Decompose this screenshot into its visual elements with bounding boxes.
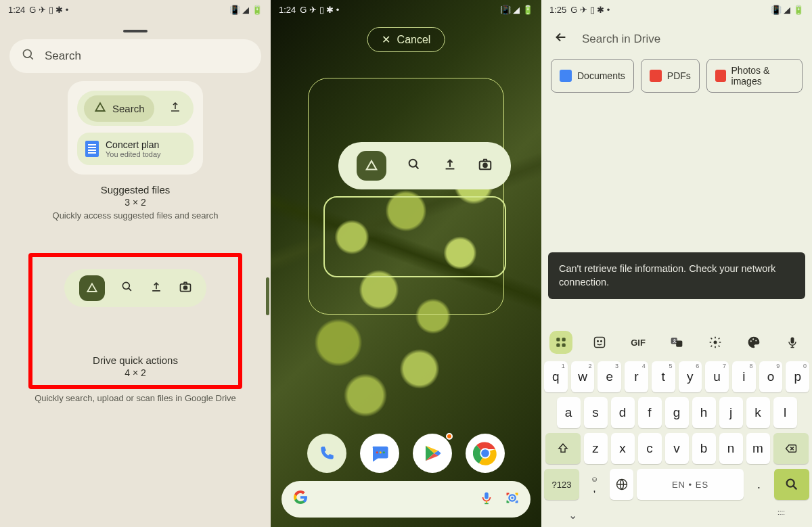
svg-point-9	[483, 164, 487, 168]
scroll-indicator[interactable]	[266, 277, 269, 315]
drive-icon	[79, 275, 105, 301]
key-o[interactable]: o9	[759, 361, 783, 392]
key-c[interactable]: c	[638, 433, 662, 464]
status-icons: G ✈ ▯ ✱ •	[300, 5, 339, 15]
backspace-key[interactable]	[773, 433, 809, 464]
key-m[interactable]: m	[746, 433, 770, 464]
svg-text:文: 文	[672, 338, 677, 343]
palette-icon[interactable]	[742, 331, 765, 354]
dock	[271, 434, 541, 473]
svg-rect-24	[556, 344, 560, 347]
widget-preview-suggested[interactable]: Search Concert plan You edited today	[68, 81, 203, 175]
chip-pdfs[interactable]: PDFs	[641, 59, 700, 93]
key-v[interactable]: v	[665, 433, 689, 464]
chip-documents[interactable]: Documents	[551, 59, 634, 93]
svg-point-34	[752, 338, 754, 340]
emoji-key[interactable]: ☺,	[583, 469, 606, 500]
search-key[interactable]	[774, 469, 809, 500]
chip-label: Documents	[577, 70, 625, 81]
key-x[interactable]: x	[611, 433, 635, 464]
shift-key[interactable]	[545, 433, 581, 464]
language-key[interactable]	[610, 469, 633, 500]
status-right: 📳 ◢ 🔋	[771, 5, 804, 15]
apps-icon[interactable]	[549, 331, 572, 354]
key-t[interactable]: t5	[652, 361, 675, 392]
key-a[interactable]: a	[557, 397, 581, 428]
key-y[interactable]: y6	[679, 361, 702, 392]
clock: 1:24	[279, 5, 296, 15]
svg-point-5	[183, 286, 187, 290]
key-d[interactable]: d	[611, 397, 635, 428]
phone-app-icon[interactable]	[307, 434, 346, 473]
key-l[interactable]: l	[773, 397, 797, 428]
mic-icon[interactable]	[781, 331, 804, 354]
key-n[interactable]: n	[719, 433, 743, 464]
key-u[interactable]: u7	[705, 361, 729, 392]
error-toast: Can't retrieve file information. Check y…	[548, 252, 805, 299]
filter-chips: Documents PDFs Photos & images	[541, 59, 812, 104]
translate-icon[interactable]: 文	[665, 331, 688, 354]
chrome-app-icon[interactable]	[466, 434, 505, 473]
keyboard-row-3: zxcvbnm	[544, 433, 809, 464]
docs-icon	[560, 70, 572, 82]
key-k[interactable]: k	[746, 397, 770, 428]
key-b[interactable]: b	[692, 433, 716, 464]
nav-bar: ⌄ ::::	[541, 505, 812, 527]
period-key[interactable]: .	[747, 469, 771, 500]
svg-point-32	[714, 341, 717, 344]
cancel-button[interactable]: ✕ Cancel	[367, 27, 445, 52]
file-title: Concert plan	[106, 139, 161, 150]
messages-app-icon[interactable]	[360, 434, 399, 473]
pdf-icon	[650, 70, 662, 82]
key-h[interactable]: h	[692, 397, 716, 428]
key-s[interactable]: s	[584, 397, 608, 428]
key-z[interactable]: z	[584, 433, 608, 464]
key-e[interactable]: e3	[597, 361, 621, 392]
symbols-key[interactable]: ?123	[544, 469, 579, 500]
widget-list: Search Concert plan You edited today Sug…	[0, 81, 271, 403]
widget-preview-quick-actions[interactable]	[64, 269, 206, 307]
camera-icon[interactable]	[478, 157, 493, 175]
settings-icon[interactable]	[704, 331, 727, 354]
widget-placement-screen: 1:24 G ✈ ▯ ✱ • 📳 ◢ 🔋 ✕ Cancel	[271, 0, 541, 527]
key-p[interactable]: p0	[786, 361, 809, 392]
back-icon[interactable]	[554, 30, 568, 48]
widget-search[interactable]: Search	[9, 39, 261, 73]
key-i[interactable]: i8	[732, 361, 756, 392]
key-r[interactable]: r4	[625, 361, 648, 392]
drive-icon	[93, 101, 107, 116]
widget-meta: Suggested files 3 × 2 Quickly access sug…	[9, 184, 261, 221]
svg-point-11	[380, 451, 382, 453]
search-icon	[120, 280, 134, 296]
resize-frame[interactable]	[323, 196, 506, 277]
space-key[interactable]: EN • ES	[637, 469, 744, 500]
gif-button[interactable]: GIF	[627, 331, 650, 354]
status-right: 📳 ◢ 🔋	[500, 5, 533, 15]
upload-icon	[150, 280, 163, 296]
notification-badge	[446, 433, 453, 440]
key-f[interactable]: f	[638, 397, 662, 428]
key-w[interactable]: w2	[571, 361, 595, 392]
search-icon[interactable]	[407, 157, 422, 175]
collapse-keyboard-icon[interactable]: ⌄	[568, 509, 577, 522]
sticker-icon[interactable]	[588, 331, 611, 354]
key-j[interactable]: j	[719, 397, 743, 428]
drive-icon[interactable]	[357, 151, 386, 181]
svg-line-7	[416, 166, 419, 168]
svg-rect-36	[791, 338, 794, 344]
keyboard-handle-icon[interactable]: ::::	[777, 509, 785, 522]
drive-widget[interactable]	[338, 142, 511, 189]
widget-name: Drive quick actions	[45, 354, 226, 366]
drag-handle[interactable]	[123, 30, 148, 32]
key-g[interactable]: g	[665, 397, 689, 428]
svg-rect-26	[595, 338, 605, 348]
svg-point-2	[122, 282, 129, 289]
google-search-bar[interactable]	[281, 481, 531, 518]
upload-icon[interactable]	[443, 157, 457, 175]
mic-icon[interactable]	[479, 490, 494, 508]
search-input[interactable]: Search in Drive	[582, 32, 660, 46]
chip-images[interactable]: Photos & images	[706, 59, 803, 93]
play-store-app-icon[interactable]	[413, 434, 452, 473]
key-q[interactable]: q1	[544, 361, 568, 392]
lens-icon[interactable]	[505, 490, 520, 508]
